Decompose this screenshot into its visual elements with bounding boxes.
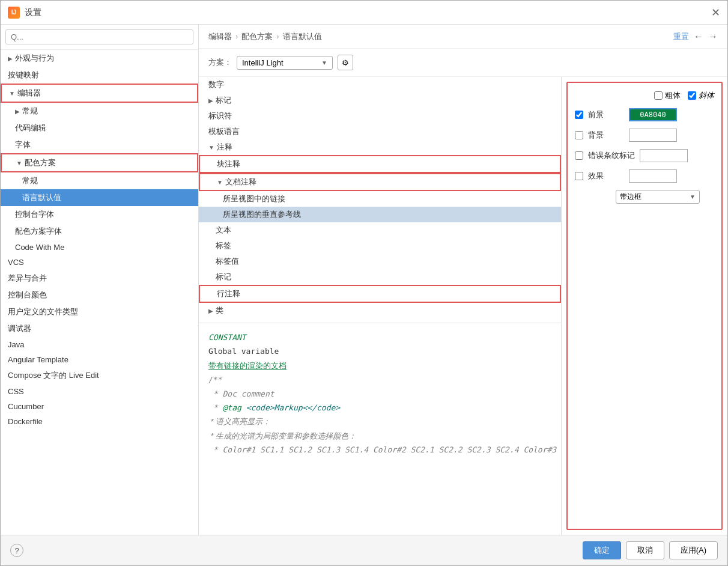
sidebar-item-editor[interactable]: ▼ 编辑器 bbox=[1, 84, 198, 103]
scheme-select[interactable]: IntelliJ Light ▼ bbox=[237, 56, 333, 70]
preview-comment-start: /** bbox=[208, 373, 551, 386]
sidebar-item-colorscheme-general[interactable]: 常规 bbox=[1, 172, 198, 189]
item-label: 标记 bbox=[216, 272, 231, 282]
main-area: 编辑器 › 配色方案 › 语言默认值 重置 ← → 方案： IntelliJ L… bbox=[199, 25, 727, 535]
options-row: 粗体 斜体 bbox=[575, 90, 714, 101]
item-label: 标记 bbox=[216, 95, 231, 106]
help-button[interactable]: ? bbox=[10, 544, 23, 557]
sidebar-item-label: Cucumber bbox=[8, 402, 44, 411]
sidebar-item-console-font[interactable]: 控制台字体 bbox=[1, 206, 198, 223]
breadcrumb: 编辑器 › 配色方案 › 语言默认值 bbox=[208, 31, 322, 42]
sidebar-item-codeediting[interactable]: 代码编辑 bbox=[1, 120, 198, 136]
item-numbers[interactable]: 数字 bbox=[199, 77, 561, 93]
item-label: 标签 bbox=[216, 240, 231, 251]
sidebar-item-label: 常规 bbox=[22, 175, 38, 186]
sidebar-item-console-color[interactable]: 控制台颜色 bbox=[1, 287, 198, 303]
item-identifiers[interactable]: 标识符 bbox=[199, 108, 561, 124]
item-template-lang[interactable]: 模板语言 bbox=[199, 124, 561, 139]
close-button[interactable]: ✕ bbox=[711, 6, 720, 19]
chevron-down-icon: ▼ bbox=[690, 193, 696, 200]
sidebar-item-colorscheme[interactable]: ▼ 配色方案 bbox=[1, 153, 198, 172]
scheme-select-value: IntelliJ Light bbox=[242, 58, 319, 67]
scheme-bar: 方案： IntelliJ Light ▼ ⚙ bbox=[199, 49, 727, 77]
sidebar-item-general[interactable]: ▶ 常规 bbox=[1, 103, 198, 120]
sidebar-item-debugger[interactable]: 调试器 bbox=[1, 320, 198, 337]
sidebar-item-diff[interactable]: 差异与合并 bbox=[1, 270, 198, 287]
effect-color-box[interactable] bbox=[629, 169, 677, 183]
item-class[interactable]: ▶ 类 bbox=[199, 303, 561, 318]
sidebar-item-cucumber[interactable]: Cucumber bbox=[1, 399, 198, 414]
forward-button[interactable]: → bbox=[708, 31, 718, 42]
item-label: 标签值 bbox=[216, 256, 239, 267]
error-stripe-row: 错误条纹标记 bbox=[575, 149, 714, 162]
breadcrumb-sep-2: › bbox=[276, 32, 279, 41]
foreground-color-box[interactable]: 0A8040 bbox=[629, 108, 677, 121]
preview-global: Global variable bbox=[208, 344, 551, 358]
gear-button[interactable]: ⚙ bbox=[338, 55, 353, 70]
effect-checkbox[interactable] bbox=[575, 172, 583, 180]
preview-constant: CONSTANT bbox=[208, 330, 551, 344]
sidebar-item-label: 编辑器 bbox=[17, 88, 41, 99]
item-markers[interactable]: ▶ 标记 bbox=[199, 93, 561, 108]
sidebar-item-label: 差异与合并 bbox=[8, 273, 47, 284]
sidebar-item-keymap[interactable]: 按键映射 bbox=[1, 67, 198, 84]
bold-checkbox[interactable] bbox=[654, 91, 663, 100]
item-doc-vline[interactable]: 所呈视图的垂直参考线 bbox=[199, 207, 561, 222]
background-color-box[interactable] bbox=[629, 129, 677, 142]
effect-label: 效果 bbox=[588, 171, 624, 181]
back-button[interactable]: ← bbox=[694, 31, 703, 42]
settings-dialog: IJ 设置 ✕ ▶ 外观与行为 按键映射 ▼ bbox=[0, 0, 728, 566]
sidebar-item-compose[interactable]: Compose 文字的 Live Edit bbox=[1, 367, 198, 384]
apply-button[interactable]: 应用(A) bbox=[669, 541, 718, 559]
error-stripe-color-box[interactable] bbox=[640, 149, 688, 162]
sidebar-item-dockerfile[interactable]: Dockerfile bbox=[1, 414, 198, 429]
title-bar-left: IJ 设置 bbox=[8, 7, 41, 19]
item-doc-link[interactable]: 所呈视图中的链接 bbox=[199, 191, 561, 207]
sidebar-item-java[interactable]: Java bbox=[1, 337, 198, 352]
search-input[interactable] bbox=[5, 29, 193, 44]
effect-select-row: 带边框 ▼ bbox=[575, 190, 714, 204]
effect-type-select[interactable]: 带边框 ▼ bbox=[616, 190, 700, 204]
cancel-button[interactable]: 取消 bbox=[626, 541, 664, 559]
app-icon: IJ bbox=[8, 7, 20, 19]
item-text[interactable]: 文本 bbox=[199, 222, 561, 238]
italic-label[interactable]: 斜体 bbox=[688, 90, 714, 101]
breadcrumb-bar: 编辑器 › 配色方案 › 语言默认值 重置 ← → bbox=[199, 25, 727, 49]
item-tags[interactable]: 标签 bbox=[199, 238, 561, 254]
item-line-comment[interactable]: 行注释 bbox=[199, 285, 561, 303]
sidebar-item-label: Code With Me bbox=[15, 243, 64, 252]
breadcrumb-sep-1: › bbox=[235, 32, 238, 41]
sidebar-item-angular[interactable]: Angular Template bbox=[1, 352, 198, 367]
item-block-comment[interactable]: 块注释 bbox=[199, 155, 561, 173]
sidebar-item-label: 外观与行为 bbox=[15, 53, 54, 64]
item-tag-value[interactable]: 标签值 bbox=[199, 254, 561, 269]
ok-button[interactable]: 确定 bbox=[583, 541, 621, 559]
preview-spectrum: * 生成的光谱为局部变量和参数选择颜色： bbox=[208, 429, 551, 443]
item-label: 行注释 bbox=[217, 288, 240, 299]
error-stripe-checkbox[interactable] bbox=[575, 151, 583, 160]
item-mark[interactable]: 标记 bbox=[199, 269, 561, 285]
effect-select-value: 带边框 bbox=[620, 192, 687, 202]
sidebar-item-appearance[interactable]: ▶ 外观与行为 bbox=[1, 50, 198, 67]
item-doc-comment[interactable]: ▼ 文档注释 bbox=[199, 173, 561, 191]
italic-checkbox[interactable] bbox=[688, 91, 696, 100]
bold-label[interactable]: 粗体 bbox=[654, 90, 681, 101]
foreground-checkbox[interactable] bbox=[575, 111, 583, 119]
sidebar-item-vcs[interactable]: VCS bbox=[1, 255, 198, 270]
background-checkbox[interactable] bbox=[575, 131, 583, 139]
preview-doc-link: 带有链接的渲染的文档 bbox=[208, 359, 551, 373]
reset-button[interactable]: 重置 bbox=[673, 31, 689, 42]
sidebar-item-label: Java bbox=[8, 340, 24, 349]
sidebar-item-label: 常规 bbox=[22, 106, 38, 117]
sidebar-item-colorscheme-font[interactable]: 配色方案字体 bbox=[1, 223, 198, 240]
sidebar-item-language-defaults[interactable]: 语言默认值 bbox=[1, 189, 198, 206]
sidebar-item-font[interactable]: 字体 bbox=[1, 136, 198, 153]
sidebar-item-label: 调试器 bbox=[8, 323, 31, 334]
bottom-right: 确定 取消 应用(A) bbox=[583, 541, 718, 559]
foreground-row: 前景 0A8040 bbox=[575, 108, 714, 121]
sidebar-item-file-types[interactable]: 用户定义的文件类型 bbox=[1, 303, 198, 320]
sidebar-item-css[interactable]: CSS bbox=[1, 384, 198, 399]
sidebar-item-codewithme[interactable]: Code With Me bbox=[1, 240, 198, 255]
italic-text: 斜体 bbox=[699, 90, 714, 101]
item-comments[interactable]: ▼ 注释 bbox=[199, 139, 561, 155]
